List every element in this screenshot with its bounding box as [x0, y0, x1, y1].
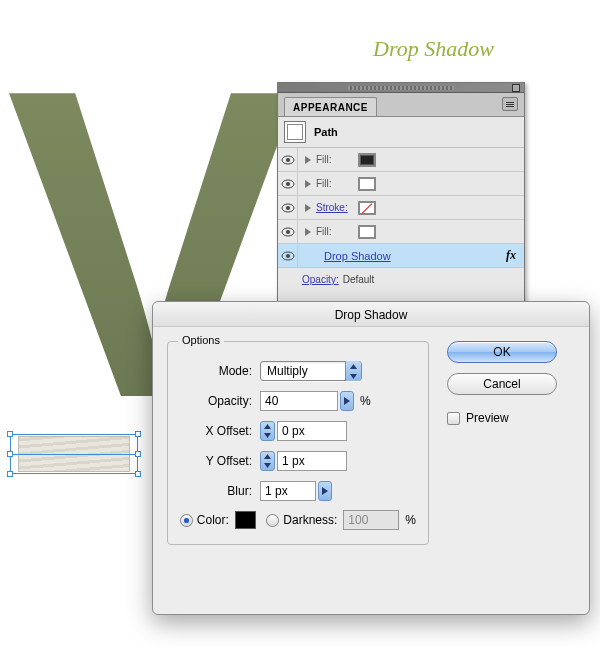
yoffset-stepper[interactable] [260, 451, 275, 471]
svg-marker-21 [322, 487, 328, 495]
tab-appearance[interactable]: APPEARANCE [284, 97, 377, 116]
svg-marker-18 [264, 433, 271, 438]
appearance-row-opacity[interactable]: Opacity: Default [278, 268, 524, 290]
visibility-toggle[interactable] [278, 244, 298, 267]
cancel-button[interactable]: Cancel [447, 373, 557, 395]
yoffset-input[interactable]: 1 px [277, 451, 347, 471]
visibility-toggle[interactable] [278, 172, 298, 195]
mode-value: Multiply [267, 364, 308, 378]
handle-left[interactable] [7, 451, 13, 457]
eye-icon [281, 155, 295, 165]
opacity-input[interactable]: 40 [260, 391, 338, 411]
svg-marker-8 [305, 204, 311, 212]
opacity-popup-button[interactable] [340, 391, 354, 411]
appearance-row-fill-1[interactable]: Fill: [278, 148, 524, 172]
visibility-toggle[interactable] [278, 196, 298, 219]
appearance-panel: APPEARANCE Path Fill: Fill: [277, 82, 525, 312]
blur-popup-button[interactable] [318, 481, 332, 501]
handle-top-right[interactable] [135, 431, 141, 437]
eye-icon [281, 203, 295, 213]
darkness-radio[interactable] [266, 514, 279, 527]
opacity-row: Opacity: 40 % [180, 390, 416, 412]
annotation-title: Drop Shadow [373, 36, 494, 62]
handle-bottom-left[interactable] [7, 471, 13, 477]
svg-marker-14 [350, 364, 357, 369]
svg-marker-15 [350, 374, 357, 379]
svg-point-10 [286, 230, 290, 234]
opacity-unit: % [360, 394, 371, 408]
drop-shadow-dialog: Drop Shadow Options Mode: Multiply Opaci… [152, 301, 590, 615]
disclosure-triangle[interactable] [302, 202, 314, 214]
yoffset-row: Y Offset: 1 px [180, 450, 416, 472]
color-swatch[interactable] [235, 511, 257, 529]
panel-menu-button[interactable] [502, 97, 518, 111]
visibility-toggle[interactable] [278, 220, 298, 243]
color-radio[interactable] [180, 514, 193, 527]
preview-row: Preview [447, 411, 557, 425]
handle-top-left[interactable] [7, 431, 13, 437]
attr-label: Fill: [316, 226, 356, 237]
svg-marker-2 [305, 156, 311, 164]
effect-label[interactable]: Drop Shadow [324, 250, 391, 262]
fill-swatch[interactable] [358, 153, 376, 167]
xoffset-input[interactable]: 0 px [277, 421, 347, 441]
eye-icon [281, 227, 295, 237]
appearance-row-stroke[interactable]: Stroke: [278, 196, 524, 220]
darkness-input: 100 [343, 510, 399, 530]
darkness-unit: % [405, 513, 416, 527]
preview-checkbox[interactable] [447, 412, 460, 425]
handle-right[interactable] [135, 451, 141, 457]
blur-row: Blur: 1 px [180, 480, 416, 502]
svg-point-13 [286, 254, 290, 258]
handle-bottom-right[interactable] [135, 471, 141, 477]
ok-button[interactable]: OK [447, 341, 557, 363]
xoffset-label: X Offset: [180, 424, 252, 438]
stroke-swatch[interactable] [358, 201, 376, 215]
appearance-row-fill-2[interactable]: Fill: [278, 172, 524, 196]
yoffset-label: Y Offset: [180, 454, 252, 468]
disclosure-triangle[interactable] [302, 154, 314, 166]
fieldset-legend: Options [178, 334, 224, 346]
svg-point-4 [286, 182, 290, 186]
preview-label: Preview [466, 411, 509, 425]
xoffset-stepper[interactable] [260, 421, 275, 441]
appearance-row-fill-3[interactable]: Fill: [278, 220, 524, 244]
fill-swatch[interactable] [358, 225, 376, 239]
path-label: Path [314, 126, 338, 138]
eye-icon [281, 179, 295, 189]
selected-object[interactable] [10, 432, 138, 476]
color-label: Color: [197, 513, 229, 527]
xoffset-row: X Offset: 0 px [180, 420, 416, 442]
opacity-label[interactable]: Opacity: [302, 274, 339, 285]
svg-point-1 [286, 158, 290, 162]
dialog-title: Drop Shadow [153, 302, 589, 327]
attr-label: Fill: [316, 178, 356, 189]
appearance-row-drop-shadow[interactable]: Drop Shadow fx [278, 244, 524, 268]
panel-dock-icon[interactable] [512, 84, 520, 92]
fx-icon[interactable]: fx [506, 248, 516, 263]
panel-tabs: APPEARANCE [278, 93, 524, 117]
blur-input[interactable]: 1 px [260, 481, 316, 501]
opacity-value: Default [343, 274, 375, 285]
path-header-row[interactable]: Path [278, 117, 524, 148]
attr-label[interactable]: Stroke: [316, 202, 356, 213]
mode-row: Mode: Multiply [180, 360, 416, 382]
svg-point-7 [286, 206, 290, 210]
eye-icon [281, 251, 295, 261]
svg-marker-11 [305, 228, 311, 236]
mode-label: Mode: [180, 364, 252, 378]
darkness-label: Darkness: [283, 513, 337, 527]
svg-marker-17 [264, 424, 271, 429]
visibility-toggle[interactable] [278, 148, 298, 171]
svg-marker-19 [264, 454, 271, 459]
svg-marker-16 [344, 397, 350, 405]
mode-select[interactable]: Multiply [260, 361, 362, 381]
disclosure-triangle[interactable] [302, 178, 314, 190]
disclosure-triangle[interactable] [302, 226, 314, 238]
select-stepper[interactable] [345, 361, 361, 381]
options-fieldset: Options Mode: Multiply Opacity: 40 % [167, 341, 429, 545]
opacity-label: Opacity: [180, 394, 252, 408]
panel-titlebar[interactable] [278, 83, 524, 93]
svg-marker-5 [305, 180, 311, 188]
fill-swatch[interactable] [358, 177, 376, 191]
